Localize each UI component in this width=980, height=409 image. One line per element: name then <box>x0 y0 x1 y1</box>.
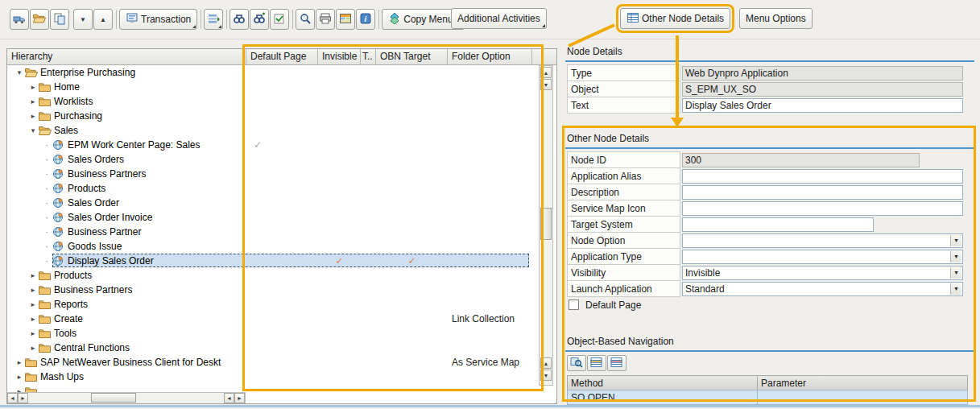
obn-target-cell[interactable] <box>376 225 448 239</box>
tree-item-label[interactable]: Sales <box>54 125 78 136</box>
description-input[interactable] <box>682 185 963 200</box>
default-page-cell[interactable] <box>246 225 318 239</box>
horizontal-scrollbar[interactable]: ◄ ► ◄ ► <box>7 392 246 403</box>
collapse-button[interactable]: ▲ <box>93 9 113 30</box>
folder-option-cell[interactable] <box>448 138 532 152</box>
default-page-cell[interactable] <box>246 254 318 268</box>
chevron-closed-icon[interactable]: ▸ <box>27 329 39 337</box>
scroll-down-icon[interactable]: ▼ <box>540 370 552 381</box>
invisible-cell[interactable] <box>318 283 361 297</box>
copy-button[interactable] <box>50 9 69 30</box>
tree-item-label[interactable]: Sales Order Invoice <box>68 212 152 223</box>
tree-row[interactable]: ·Business Partner <box>7 225 539 239</box>
dropdown-arrow-icon[interactable]: ▼ <box>950 267 961 279</box>
obn-target-cell[interactable] <box>376 181 448 196</box>
tree-item-label[interactable]: Business Partners <box>54 284 132 295</box>
tree-item-label[interactable]: SAP NetWeaver Business Client for Deskt <box>40 357 221 368</box>
tree-item-label[interactable]: Display Sales Order <box>68 255 154 266</box>
chevron-closed-icon[interactable]: ▸ <box>27 286 39 294</box>
dropdown-arrow-icon[interactable]: ▼ <box>950 251 961 262</box>
tree-row[interactable]: ▸Purchasing <box>7 109 539 123</box>
default-page-cell[interactable] <box>246 384 318 392</box>
obn-target-cell[interactable] <box>376 283 448 297</box>
other-node-details-button[interactable]: Other Node Details <box>620 8 730 29</box>
scrollbar-track[interactable] <box>28 393 224 403</box>
chevron-closed-icon[interactable]: ▸ <box>27 300 39 308</box>
folder-option-cell[interactable] <box>448 65 532 80</box>
default-page-cell[interactable] <box>246 167 318 181</box>
invisible-cell[interactable] <box>318 239 361 254</box>
text-cell[interactable] <box>361 341 376 355</box>
tree-item-label[interactable]: Sales Order <box>68 197 119 209</box>
text-cell[interactable] <box>361 225 376 239</box>
invisible-cell[interactable] <box>318 384 361 392</box>
tree-row[interactable]: ·Sales Order Invoice <box>7 210 539 225</box>
default-page-cell[interactable] <box>246 80 318 94</box>
folder-option-cell[interactable] <box>448 94 532 109</box>
scrollbar-thumb[interactable] <box>91 393 136 403</box>
folder-option-cell[interactable] <box>448 181 532 196</box>
invisible-cell[interactable] <box>318 138 361 152</box>
scroll-right-icon[interactable]: ► <box>234 393 245 403</box>
folder-option-cell[interactable] <box>448 254 532 268</box>
invisible-column-header[interactable]: Invisible <box>318 49 361 64</box>
tree-row[interactable]: ▸Home <box>7 80 539 94</box>
tree-item-label[interactable]: Home <box>54 81 80 93</box>
node-option-select[interactable]: ▼ <box>682 233 963 248</box>
tree-row[interactable]: ▸CreateLink Collection <box>7 312 539 326</box>
obn-parameter-cell[interactable] <box>757 390 968 405</box>
folder-option-cell[interactable] <box>448 239 532 254</box>
invisible-cell[interactable] <box>318 80 361 94</box>
folder-option-cell[interactable] <box>448 297 532 312</box>
invisible-cell[interactable] <box>318 196 361 210</box>
text-cell[interactable] <box>361 297 376 312</box>
invisible-cell[interactable] <box>318 312 361 326</box>
folder-option-cell[interactable]: As Service Map <box>448 355 532 370</box>
obn-target-cell[interactable] <box>376 312 448 326</box>
default-page-cell[interactable] <box>246 297 318 312</box>
default-page-checkbox[interactable] <box>569 300 579 310</box>
scroll-right-icon[interactable]: ► <box>18 393 28 403</box>
launch-application-select[interactable]: Standard▼ <box>682 282 963 296</box>
scrollbar-thumb[interactable] <box>540 208 552 240</box>
default-page-cell[interactable] <box>246 196 318 210</box>
scroll-down-icon[interactable]: ▼ <box>540 79 552 90</box>
folder-option-column-header[interactable]: Folder Option <box>448 49 532 64</box>
tree-row[interactable]: ·Sales Orders <box>7 152 539 167</box>
text-cell[interactable] <box>361 283 376 297</box>
folder-option-cell[interactable] <box>448 109 532 123</box>
folder-option-cell[interactable] <box>448 326 532 341</box>
tree-item-label[interactable]: Purchasing <box>54 110 102 122</box>
chevron-closed-icon[interactable]: ▸ <box>27 112 39 120</box>
text-cell[interactable] <box>361 384 376 392</box>
tree-row[interactable]: ·Goods Issue <box>7 239 539 254</box>
folder-option-cell[interactable] <box>448 225 532 239</box>
folder-option-cell[interactable] <box>448 384 532 392</box>
text-cell[interactable] <box>361 138 376 152</box>
default-page-cell[interactable] <box>246 283 318 297</box>
folder-option-cell[interactable] <box>448 283 532 297</box>
tree-item-label[interactable]: Mash Ups <box>40 371 84 382</box>
invisible-cell[interactable] <box>318 152 361 167</box>
text-cell[interactable] <box>361 80 376 94</box>
scroll-left-icon[interactable]: ◄ <box>224 393 234 403</box>
tree-item-label[interactable]: Reports <box>54 299 88 310</box>
tree-item-label[interactable]: Sales Orders <box>68 154 124 165</box>
invisible-cell[interactable]: ✓ <box>318 254 361 268</box>
tree-row[interactable]: ▸Mash Ups <box>7 370 539 384</box>
text-cell[interactable] <box>361 326 376 341</box>
text-cell[interactable] <box>361 370 376 384</box>
chevron-open-icon[interactable]: ▾ <box>14 68 25 76</box>
vertical-scrollbar[interactable]: ▲ ▼ ▲ ▼ <box>539 65 553 386</box>
tree-item-label[interactable]: Products <box>54 270 92 281</box>
tree-row[interactable]: ▸Reports <box>7 297 539 312</box>
tree-row[interactable]: ·Display Sales Order✓✓ <box>7 254 539 268</box>
choose-button[interactable] <box>567 355 586 371</box>
chevron-closed-icon[interactable]: ▸ <box>27 83 39 91</box>
scroll-up-icon[interactable]: ▲ <box>540 357 552 369</box>
tree-item-label[interactable]: Central Functions <box>54 342 130 353</box>
text-input[interactable]: Display Sales Order <box>682 98 963 113</box>
invisible-cell[interactable] <box>318 123 361 138</box>
folder-option-cell[interactable] <box>448 268 532 283</box>
text-cell[interactable] <box>361 65 376 80</box>
